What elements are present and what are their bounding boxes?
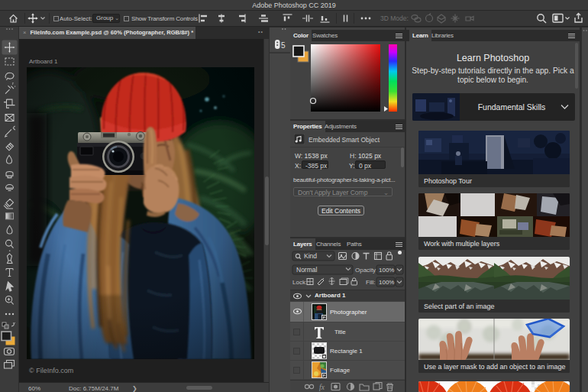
svg-text:5: 5 bbox=[281, 41, 286, 50]
svg-text:3D Mode:: 3D Mode: bbox=[380, 15, 409, 22]
svg-text:fx: fx bbox=[319, 384, 325, 391]
svg-text:Opacity:: Opacity: bbox=[355, 267, 377, 274]
svg-text:Fill:: Fill: bbox=[366, 279, 375, 286]
svg-text:100%: 100% bbox=[379, 267, 394, 274]
svg-text:Lock:: Lock: bbox=[292, 279, 307, 286]
svg-text:Normal: Normal bbox=[296, 266, 318, 274]
svg-text:Kind: Kind bbox=[304, 252, 317, 260]
svg-text:100%: 100% bbox=[379, 279, 394, 286]
